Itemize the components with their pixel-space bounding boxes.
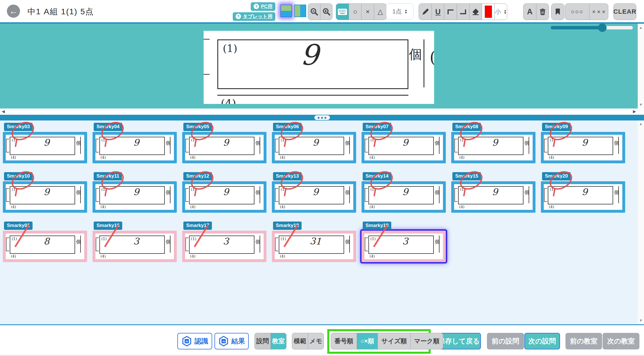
student-card[interactable]: Smarky17 (1) 3 個 (4) [182, 222, 266, 262]
scroll-up-icon[interactable]: ▲ [638, 122, 644, 126]
prev-classroom-button[interactable]: 前の教室 [565, 333, 602, 349]
sort-button-group: 番号順 ○×順 サイズ順 マーク順 [331, 333, 443, 349]
student-card[interactable]: Smarky12 (1) 9 個 (4) [182, 172, 266, 213]
question-label: (1) [460, 138, 465, 142]
sort-mark-button[interactable]: マーク順 [410, 333, 443, 349]
student-card[interactable]: Smarky05 (1) 9 個 (4) [182, 123, 266, 163]
toggle-question-button[interactable]: 設問 [255, 333, 270, 349]
help-pc-button[interactable]: ? PC用 [251, 2, 275, 11]
clear-label: CLEAR [613, 8, 636, 15]
prev-question-button[interactable]: 前の設問 [487, 333, 524, 349]
help-tablet-button[interactable]: ? タブレット用 [233, 12, 275, 21]
student-card[interactable]: Smarky16 (1) 3 個 (4) [93, 222, 177, 262]
scan-area: (1) 9 個 (4) [364, 184, 443, 210]
save-return-button[interactable]: 保存して戻る [437, 333, 481, 349]
scroll-up-icon[interactable]: ▲ [638, 25, 644, 30]
student-card[interactable]: Smarky13 (1) 9 個 (4) [272, 172, 356, 213]
scan-area: (1) 9 個 (4) [185, 184, 264, 210]
size-select[interactable]: 小 ▲▼ [494, 4, 507, 20]
sort-ox-button[interactable]: ○×順 [357, 333, 378, 349]
scroll-down-icon[interactable]: ▼ [638, 102, 644, 107]
student-card[interactable]: Smarky03 (1) 9 個 (4) [3, 123, 87, 163]
student-badge: Smarky14 [363, 172, 391, 180]
student-card[interactable]: Smarky20 (1) 9 個 (4) [541, 172, 625, 213]
back-button[interactable]: ← [7, 5, 20, 18]
color-swatch-red[interactable] [482, 4, 494, 20]
points-select[interactable]: 1点 ▲▼ [386, 3, 414, 19]
question-label: (1) [370, 138, 376, 142]
model-button[interactable]: 模範 [292, 333, 308, 349]
zoom-in-button[interactable] [320, 4, 332, 20]
scroll-down-icon[interactable]: ▼ [638, 318, 644, 323]
question-label: (1) [281, 138, 286, 142]
question-label: (1) [281, 237, 286, 241]
sort-size-button[interactable]: サイズ順 [378, 333, 410, 349]
corner-top-left-button[interactable] [444, 4, 457, 20]
zoom-slider-thumb[interactable] [598, 23, 607, 32]
student-answer: 3 [223, 236, 229, 247]
recognize-button[interactable]: AI 認識 [177, 333, 212, 349]
student-card[interactable]: Smarky19 (1) 3 個 (4) [362, 222, 446, 262]
student-card[interactable]: Smarky09 (1) 9 個 (4) [541, 123, 625, 163]
answer-cell: (1) [368, 186, 434, 204]
student-card[interactable]: Smarky10 (1) 9 個 (4) [3, 172, 87, 213]
eraser-tool-button[interactable] [469, 4, 482, 20]
corner-bottom-right-button[interactable] [457, 4, 469, 20]
memo-button[interactable]: メモ [308, 333, 324, 349]
layout-vertical-swatch[interactable] [294, 5, 306, 17]
question-label: (1) [12, 237, 17, 241]
student-card[interactable]: Smarky06 (1) 9 個 (4) [272, 123, 356, 163]
scan-bracket [96, 238, 99, 251]
zoom-slider[interactable] [551, 26, 633, 29]
save-return-label: 保存して戻る [438, 337, 480, 346]
text-tool-button[interactable]: A [523, 4, 536, 20]
triple-circle-button[interactable]: ○○○ [565, 4, 589, 20]
answer-snippet: (1) 31 個 (4) [272, 231, 356, 262]
sort-number-button[interactable]: 番号順 [331, 333, 357, 349]
preview-image[interactable]: (1) 9 個 ( (4) [204, 31, 434, 104]
keyboard-tool-button[interactable] [336, 4, 349, 20]
scroll-right-icon[interactable]: ▶ [633, 109, 636, 114]
bookmark-icon [555, 8, 561, 16]
underline-tool-button[interactable]: U [432, 4, 444, 20]
bookmark-button[interactable] [551, 4, 564, 20]
student-card[interactable]: Smarky11 (1) 9 個 (4) [93, 172, 177, 213]
triangle-stamp-button[interactable]: △ [374, 4, 386, 20]
cross-stamp-button[interactable]: × [361, 4, 374, 20]
pane-divider[interactable] [0, 115, 644, 120]
next-question-label: (4) [221, 97, 236, 104]
grid-scrollbar[interactable]: ▲ ▼ [638, 120, 644, 324]
student-card[interactable]: Smarky18 (1) 31 個 (4) [272, 222, 356, 262]
result-button[interactable]: AI 結果 [214, 333, 249, 349]
next-classroom-button[interactable]: 次の教室 [603, 333, 639, 349]
delete-button[interactable] [536, 4, 549, 20]
answer-cell: (1) [189, 137, 254, 155]
student-card[interactable]: Smarky07 (1) 9 個 (4) [362, 123, 446, 163]
scan-bracket [96, 188, 99, 202]
divider-handle[interactable] [314, 115, 330, 120]
layout-horizontal-swatch[interactable] [280, 5, 292, 17]
student-card[interactable]: Smarky15 (1) 9 個 (4) [451, 172, 535, 213]
zoom-out-button[interactable] [308, 4, 320, 20]
next-question-button[interactable]: 次の設問 [524, 333, 560, 349]
triple-cross-button[interactable]: × × × [589, 4, 608, 20]
h-scrollbar[interactable]: ◀ ▶ [0, 108, 644, 115]
scan-bracket [275, 139, 278, 152]
student-card[interactable]: Smarky04 (1) 9 個 (4) [93, 123, 177, 163]
next-question-label: (4) [190, 254, 195, 258]
toggle-classroom-button[interactable]: 教室 [270, 333, 286, 349]
student-card[interactable]: Smarky01 (1) 8 個 (4) [3, 222, 87, 262]
answer-snippet: (1) 9 個 (4) [182, 181, 266, 213]
preview-scrollbar[interactable]: ▲ ▼ [638, 24, 644, 108]
student-answer: 9 [402, 186, 408, 198]
next-question-label: (4) [280, 155, 285, 160]
dot-icon [318, 117, 320, 119]
result-label: 結果 [231, 337, 245, 346]
student-card[interactable]: Smarky08 (1) 9 個 (4) [451, 123, 535, 163]
scan-bracket [365, 238, 368, 251]
pencil-tool-button[interactable] [419, 4, 432, 20]
scroll-left-icon[interactable]: ◀ [2, 109, 5, 114]
clear-button[interactable]: CLEAR [614, 4, 636, 20]
student-card[interactable]: Smarky14 (1) 9 個 (4) [362, 172, 446, 213]
circle-stamp-button[interactable]: ○ [349, 4, 361, 20]
